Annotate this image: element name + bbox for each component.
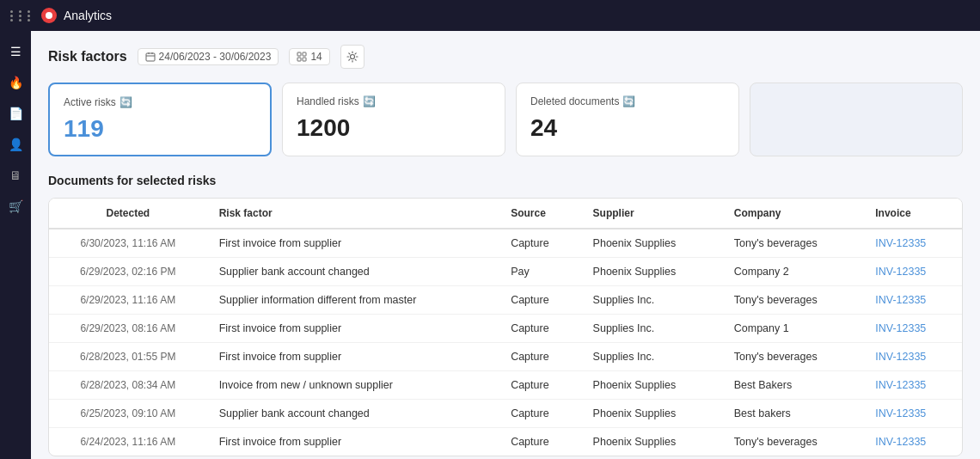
active-risks-card[interactable]: Active risks 🔄 119 [48,83,272,156]
cell-risk-factor: Supplier information different from mast… [207,286,499,315]
cell-detected: 6/28/2023, 01:55 PM [49,343,207,371]
cell-detected: 6/24/2023, 11:16 AM [49,428,207,456]
cell-invoice[interactable]: INV-12335 [863,428,962,456]
cell-supplier: Phoenix Supplies [581,371,722,400]
table-row: 6/28/2023, 08:34 AM Invoice from new / u… [49,371,962,400]
cell-detected: 6/30/2023, 11:16 AM [49,229,207,258]
invoice-link[interactable]: INV-12335 [875,407,926,419]
app-title: Analytics [64,9,112,22]
user-icon: 👤 [9,138,23,151]
cell-invoice[interactable]: INV-12335 [863,286,962,315]
sidebar-item-document[interactable]: 📄 [2,100,29,127]
cell-supplier: Phoenix Supplies [581,428,722,456]
refresh-icon-deleted: 🔄 [622,95,635,107]
cell-detected: 6/29/2023, 02:16 PM [49,258,207,286]
cell-source: Capture [499,400,580,428]
invoice-link[interactable]: INV-12335 [875,379,926,391]
active-risks-value: 119 [64,115,256,143]
filter-icon [297,52,307,62]
cell-source: Capture [499,371,580,400]
grid-icon [10,10,34,21]
cell-invoice[interactable]: INV-12335 [863,315,962,343]
sidebar-item-fire[interactable]: 🔥 [2,69,29,96]
handled-risks-label: Handled risks 🔄 [297,95,491,107]
handled-risks-card[interactable]: Handled risks 🔄 1200 [282,83,505,156]
filter-badge[interactable]: 14 [289,48,329,65]
cell-company: Tony's beverages [722,428,864,456]
table-row: 6/29/2023, 08:16 AM First invoice from s… [49,315,962,343]
cell-supplier: Phoenix Supplies [581,258,722,286]
date-range-badge[interactable]: 24/06/2023 - 30/06/2023 [138,48,279,65]
fire-icon: 🔥 [9,76,23,89]
svg-rect-4 [297,52,301,56]
col-risk-factor: Risk factor [207,199,499,229]
sidebar-item-cart[interactable]: 🛒 [2,193,29,220]
sidebar-item-menu[interactable]: ☰ [2,38,29,65]
cell-invoice[interactable]: INV-12335 [863,258,962,286]
cell-company: Tony's beverages [722,343,864,371]
stats-row: Active risks 🔄 119 Handled risks 🔄 1200 … [48,83,963,156]
invoice-link[interactable]: INV-12335 [875,266,926,278]
cell-invoice[interactable]: INV-12335 [863,229,962,258]
cell-source: Capture [499,286,580,315]
cell-invoice[interactable]: INV-12335 [863,371,962,400]
cell-risk-factor: First invoice from supplier [207,315,499,343]
sidebar-item-user[interactable]: 👤 [2,131,29,158]
app-logo [41,8,57,23]
deleted-docs-value: 24 [530,114,725,142]
table-body: 6/30/2023, 11:16 AM First invoice from s… [49,229,962,456]
cell-risk-factor: First invoice from supplier [207,428,499,456]
table-header: Detected Risk factor Source Supplier Com… [49,199,962,229]
handled-risks-value: 1200 [297,114,491,142]
cell-source: Capture [499,343,580,371]
svg-rect-5 [303,52,306,56]
invoice-link[interactable]: INV-12335 [875,322,926,334]
cell-risk-factor: Supplier bank account changed [207,400,499,428]
cell-detected: 6/28/2023, 08:34 AM [49,371,207,400]
cell-supplier: Supplies Inc. [581,343,722,371]
date-range-text: 24/06/2023 - 30/06/2023 [159,51,272,63]
invoice-link[interactable]: INV-12335 [875,351,926,363]
cell-source: Capture [499,229,580,258]
filter-count: 14 [310,51,322,63]
deleted-docs-label: Deleted documents 🔄 [530,95,725,107]
sidebar-item-screen[interactable]: 🖥 [2,162,29,189]
cell-company: Tony's beverages [722,286,864,315]
screen-icon: 🖥 [9,168,21,182]
cell-invoice[interactable]: INV-12335 [863,343,962,371]
page-header: Risk factors 24/06/2023 - 30/06/2023 14 [48,45,963,69]
cell-company: Company 2 [722,258,864,286]
deleted-docs-card[interactable]: Deleted documents 🔄 24 [516,83,739,156]
cell-supplier: Supplies Inc. [581,315,722,343]
cell-risk-factor: First invoice from supplier [207,343,499,371]
invoice-link[interactable]: INV-12335 [875,436,926,448]
svg-rect-0 [146,53,155,61]
refresh-icon-handled: 🔄 [363,95,376,107]
documents-table: Detected Risk factor Source Supplier Com… [49,199,962,456]
cell-invoice[interactable]: INV-12335 [863,400,962,428]
cell-source: Capture [499,428,580,456]
cell-company: Best bakers [722,400,864,428]
settings-button[interactable] [340,45,364,69]
cell-source: Capture [499,315,580,343]
table-row: 6/28/2023, 01:55 PM First invoice from s… [49,343,962,371]
section-title: Documents for selected risks [48,174,963,187]
gear-icon [346,51,358,63]
calendar-icon [145,52,156,62]
cell-detected: 6/25/2023, 09:10 AM [49,400,207,428]
invoice-link[interactable]: INV-12335 [875,237,926,249]
col-invoice: Invoice [863,199,962,229]
main-content: Risk factors 24/06/2023 - 30/06/2023 14 … [31,31,980,459]
empty-card [750,83,963,156]
cell-supplier: Phoenix Supplies [581,229,722,258]
menu-icon: ☰ [10,45,21,58]
svg-rect-7 [303,58,306,61]
table-row: 6/25/2023, 09:10 AM Supplier bank accoun… [49,400,962,428]
cell-company: Best Bakers [722,371,864,400]
active-risks-label: Active risks 🔄 [64,96,256,108]
documents-table-container: Detected Risk factor Source Supplier Com… [48,198,963,456]
col-company: Company [722,199,864,229]
col-source: Source [499,199,580,229]
col-detected: Detected [49,199,207,229]
invoice-link[interactable]: INV-12335 [875,294,926,306]
